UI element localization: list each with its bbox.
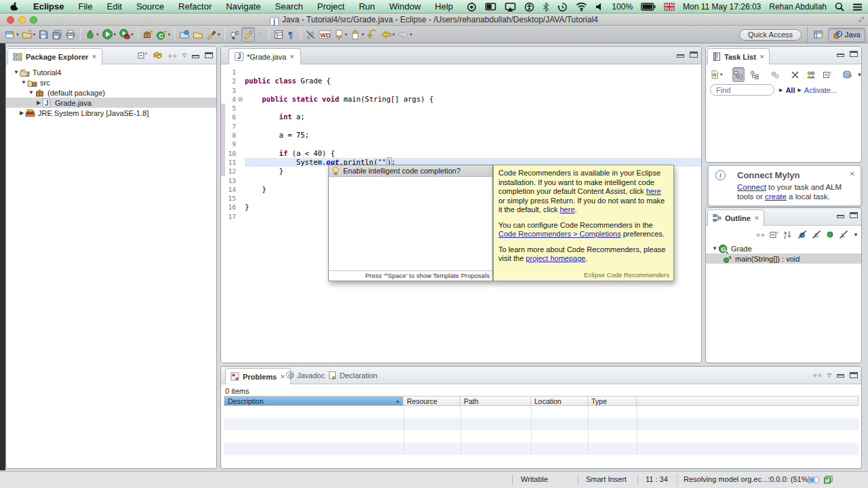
- open-perspective-button[interactable]: +: [812, 27, 825, 42]
- expander-icon[interactable]: ▼: [28, 89, 35, 96]
- mylyn-connect-link[interactable]: Connect: [737, 183, 766, 191]
- project-homepage-link[interactable]: project homepage: [526, 254, 585, 262]
- progress-indicator-icon[interactable]: [808, 476, 820, 485]
- new-wizard-button[interactable]: +▾: [3, 27, 20, 42]
- volume-icon[interactable]: [595, 2, 604, 12]
- tree-item-project[interactable]: ▼ J Tutorial4: [6, 67, 216, 77]
- accessibility-icon[interactable]: [524, 2, 534, 12]
- find-task-input[interactable]: [710, 84, 774, 96]
- wifi-icon[interactable]: [576, 2, 587, 12]
- code-line-5[interactable]: 5: [221, 104, 701, 113]
- view-menu-icon[interactable]: ▼: [853, 232, 859, 238]
- new-java-class-button[interactable]: C+▾: [155, 27, 172, 42]
- back-button[interactable]: ▾: [379, 27, 397, 42]
- screen-record-icon[interactable]: [467, 2, 477, 12]
- view-menu-icon[interactable]: ▼: [857, 72, 863, 78]
- new-java-project-button[interactable]: +▾: [20, 27, 37, 42]
- tree-item-src[interactable]: ▼ src: [6, 77, 216, 87]
- perspective-java-button[interactable]: J Java: [828, 28, 865, 42]
- menu-window[interactable]: Window: [389, 1, 420, 12]
- collapse-fold-icon[interactable]: [238, 97, 243, 102]
- word-wrap-button[interactable]: WD: [317, 27, 332, 42]
- quick-access-button[interactable]: Quick Access: [739, 29, 802, 41]
- mark-occurrences-toggle[interactable]: [241, 27, 255, 42]
- tab-task-list[interactable]: Task List ✕: [707, 48, 770, 64]
- close-tab-icon[interactable]: ✕: [290, 54, 295, 60]
- code-line-4[interactable]: 4 public static void main(String[] args)…: [221, 95, 701, 104]
- expander-icon[interactable]: ▶: [35, 100, 42, 106]
- tree-item-default-package[interactable]: ▼ (default package): [6, 87, 216, 98]
- menubar-user[interactable]: Rehan Abdullah: [769, 2, 827, 12]
- make-default-link[interactable]: here: [646, 187, 661, 195]
- battery-icon[interactable]: [641, 3, 656, 11]
- collapse-all-icon[interactable]: [770, 230, 778, 239]
- airplay-icon[interactable]: [505, 2, 516, 12]
- hide-static-members-icon[interactable]: S: [812, 230, 821, 239]
- external-tools-button[interactable]: ▾: [117, 27, 135, 42]
- minimize-view-icon[interactable]: [837, 374, 844, 378]
- tab-problems[interactable]: Problems ✕: [225, 368, 291, 384]
- expander-icon[interactable]: ▼: [13, 69, 20, 75]
- tab-package-explorer[interactable]: Package Explorer ✕: [7, 48, 102, 64]
- open-resource-button[interactable]: [191, 27, 205, 42]
- new-java-package-button[interactable]: +: [141, 27, 155, 42]
- mylyn-create-link[interactable]: create: [765, 192, 787, 201]
- spotlight-search-icon[interactable]: [835, 2, 844, 12]
- forward-button[interactable]: ▾: [396, 27, 414, 42]
- maximize-view-icon[interactable]: [850, 372, 858, 378]
- tree-item-grade-java[interactable]: ▶ J Grade.java: [6, 98, 216, 108]
- last-edit-location-button[interactable]: [366, 27, 379, 42]
- input-language-flag-icon[interactable]: [664, 3, 675, 11]
- menu-project[interactable]: Project: [317, 1, 344, 12]
- close-view-icon[interactable]: ✕: [760, 54, 765, 60]
- new-task-button[interactable]: ▾: [709, 67, 724, 82]
- tab-javadoc[interactable]: @ Javadoc: [285, 371, 325, 380]
- menu-search[interactable]: Search: [275, 1, 303, 12]
- expander-icon[interactable]: ▶: [18, 110, 25, 116]
- view-menu-icon[interactable]: ▽: [827, 372, 831, 378]
- hide-local-types-icon[interactable]: L: [839, 230, 848, 239]
- menu-run[interactable]: Run: [359, 1, 375, 12]
- column-header-description[interactable]: Description▲: [224, 396, 403, 406]
- all-expander-icon[interactable]: ▶: [779, 87, 783, 93]
- save-all-button[interactable]: [50, 27, 64, 42]
- hide-fields-icon[interactable]: [797, 230, 807, 239]
- notification-center-icon[interactable]: [852, 3, 863, 12]
- background-jobs-icon[interactable]: [823, 475, 833, 486]
- collapse-all-icon[interactable]: [138, 51, 147, 60]
- keep-default-link[interactable]: here: [560, 205, 575, 214]
- minimize-view-icon[interactable]: [837, 54, 844, 57]
- hide-non-public-icon[interactable]: [826, 230, 834, 239]
- activate-expander-icon[interactable]: ▶: [797, 87, 801, 93]
- save-button[interactable]: [37, 27, 50, 42]
- code-line-6[interactable]: 6 int a;: [221, 113, 701, 121]
- menu-file[interactable]: File: [79, 1, 93, 12]
- tab-grade-java[interactable]: J *Grade.java ✕: [229, 48, 301, 64]
- tab-outline[interactable]: Outline ✕: [707, 209, 764, 226]
- display-icon[interactable]: [485, 2, 496, 12]
- previous-annotation-button[interactable]: ▾: [349, 27, 366, 42]
- column-header-resource[interactable]: Resource: [403, 396, 460, 406]
- maximize-view-icon[interactable]: [205, 52, 213, 58]
- print-button[interactable]: [64, 27, 77, 42]
- menu-source[interactable]: Source: [136, 1, 164, 12]
- window-title-bar[interactable]: jJava - Tutorial4/src/Grade.java - Eclip…: [0, 14, 868, 26]
- code-line-10[interactable]: 10 if (a < 40) {: [221, 149, 701, 158]
- code-line-7[interactable]: 7: [221, 122, 701, 131]
- run-button[interactable]: ▾: [100, 27, 118, 42]
- outline-item-class[interactable]: ▼ G Grade: [706, 243, 861, 253]
- close-view-icon[interactable]: ✕: [92, 54, 97, 60]
- synchronize-button[interactable]: [841, 67, 853, 82]
- sort-icon[interactable]: az: [783, 230, 793, 239]
- completions-preferences-link[interactable]: Code Recommenders > Completions: [498, 230, 621, 238]
- tab-declaration[interactable]: Declaration: [328, 371, 378, 380]
- next-annotation-button[interactable]: ▾: [332, 27, 349, 42]
- tree-item-jre-library[interactable]: ▶ JRE System Library [JavaSE-1.8]: [6, 108, 216, 118]
- categorized-view-button[interactable]: [732, 67, 745, 82]
- time-machine-icon[interactable]: [557, 2, 568, 12]
- minimize-editor-icon[interactable]: [677, 54, 684, 58]
- scheduled-view-button[interactable]: [749, 67, 761, 82]
- fold-margin[interactable]: [237, 95, 245, 104]
- open-task-button[interactable]: [178, 27, 191, 42]
- apple-menu-icon[interactable]: [9, 1, 19, 12]
